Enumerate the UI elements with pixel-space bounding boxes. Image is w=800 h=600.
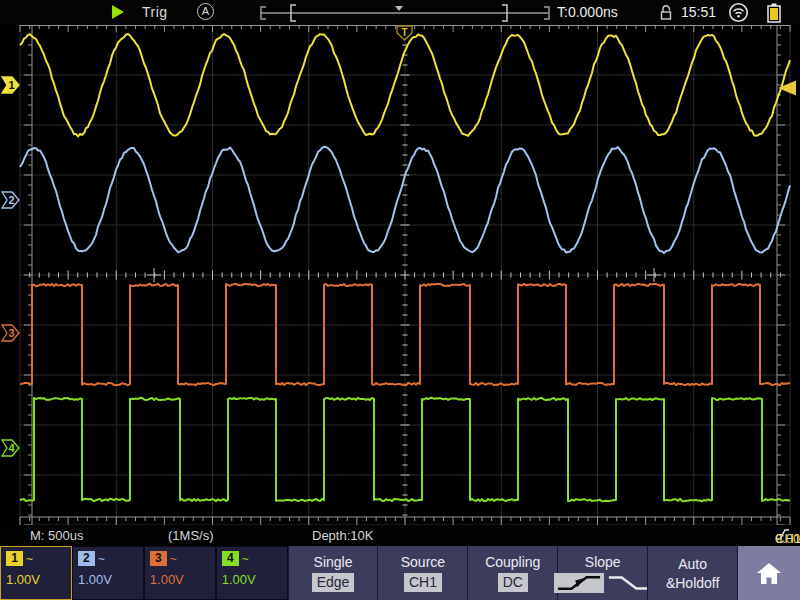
coupling-value: DC <box>498 573 528 592</box>
slope-label: Slope <box>585 554 621 570</box>
menu-auto-holdoff-button[interactable]: Auto &Holdoff <box>647 546 737 600</box>
menu-source-button[interactable]: Source CH1 <box>377 546 467 600</box>
battery-icon <box>767 3 781 23</box>
top-status-bar: Trig A T:0.000ns 15:51 <box>0 0 800 25</box>
timebase-readout: M: 500us <box>30 528 83 543</box>
channel-1-coupling-icon: ~ <box>26 553 33 565</box>
source-label: Source <box>401 554 445 570</box>
trigger-readout: CH1:DC- 0.00mV <box>775 528 790 541</box>
svg-text:2: 2 <box>8 194 14 206</box>
trigger-time-readout: T:0.000ns <box>557 4 618 20</box>
trigger-state-label: Trig <box>142 4 168 20</box>
svg-text:4: 4 <box>8 442 15 454</box>
auto-label: Auto <box>678 556 707 572</box>
trigger-mode-label: Single <box>314 554 353 570</box>
bottom-menu-bar: 1 ~ 1.00V 2 ~ 1.00V 3 ~ 1.00V 4 ~ 1.00V <box>0 546 800 600</box>
svg-text:1: 1 <box>8 79 14 91</box>
falling-slope-icon[interactable] <box>607 574 651 592</box>
coupling-label: Coupling <box>485 554 540 570</box>
channel-2-coupling-icon: ~ <box>98 553 105 565</box>
channel-2-button[interactable]: 2 ~ 1.00V <box>72 546 144 600</box>
channel-4-coupling-icon: ~ <box>242 553 249 565</box>
trigger-mode-value: Edge <box>312 573 355 592</box>
channel-4-button[interactable]: 4 ~ 1.00V <box>216 546 288 600</box>
rising-slope-icon <box>556 574 602 592</box>
source-value: CH1 <box>404 573 442 592</box>
trigger-level-readout: 0.00mV <box>775 531 800 546</box>
run-state-icon[interactable] <box>112 5 124 19</box>
record-depth-readout: Depth:10K <box>312 528 373 543</box>
home-button[interactable] <box>737 546 800 600</box>
window-center-marker <box>395 6 403 11</box>
channel-2-badge: 2 <box>78 551 95 566</box>
channel-1-badge: 1 <box>6 551 23 566</box>
wifi-icon[interactable] <box>728 2 749 23</box>
channel-3-button[interactable]: 3 ~ 1.00V <box>144 546 216 600</box>
menu-coupling-button[interactable]: Coupling DC <box>467 546 557 600</box>
channel-4-scale: 1.00V <box>222 572 282 587</box>
channel-4-badge: 4 <box>222 551 239 566</box>
menu-slope-button[interactable]: Slope <box>557 546 647 600</box>
svg-text:3: 3 <box>8 327 14 339</box>
channel-3-badge: 3 <box>150 551 167 566</box>
sample-rate-readout: (1MS/s) <box>168 528 214 543</box>
memory-position-bar[interactable] <box>258 3 550 22</box>
channel-3-scale: 1.00V <box>150 572 210 587</box>
holdoff-label: &Holdoff <box>666 575 719 591</box>
waveform-display[interactable]: 1234T <box>0 25 800 525</box>
battery-level <box>770 8 778 20</box>
oscilloscope-screen: Trig A T:0.000ns 15:51 1234T <box>0 0 800 600</box>
auto-trigger-icon: A <box>197 3 214 20</box>
channel-2-scale: 1.00V <box>78 572 138 587</box>
slope-rising-option[interactable] <box>554 573 604 593</box>
channel-1-button[interactable]: 1 ~ 1.00V <box>0 546 72 600</box>
acquisition-status-bar: M: 500us (1MS/s) Depth:10K CH1:DC- 0.00m… <box>0 525 800 546</box>
channel-1-scale: 1.00V <box>6 572 66 587</box>
home-icon <box>755 561 783 586</box>
menu-trigger-mode-button[interactable]: Single Edge <box>288 546 378 600</box>
unlock-icon[interactable] <box>659 4 674 20</box>
channel-3-coupling-icon: ~ <box>170 553 177 565</box>
clock: 15:51 <box>681 4 716 20</box>
svg-text:T: T <box>401 27 407 38</box>
